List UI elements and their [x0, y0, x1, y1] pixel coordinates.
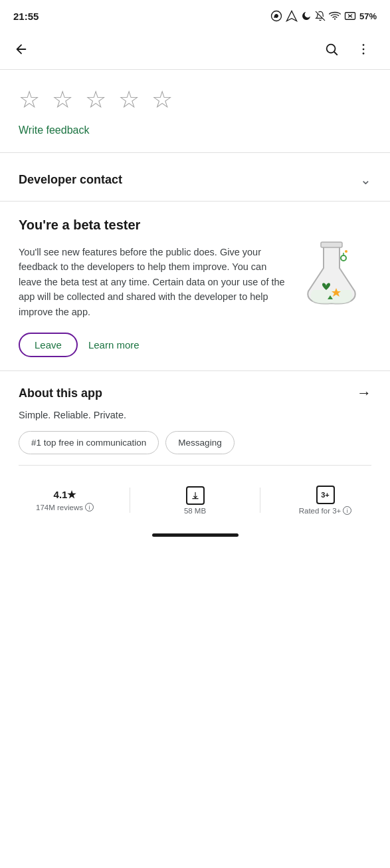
age-rating-box: 3+ [316, 486, 335, 504]
rating-stat[interactable]: 4.1★ 174M reviews i [0, 489, 130, 511]
tag-top-free[interactable]: #1 top free in communication [19, 431, 159, 454]
beta-section: You're a beta tester You'll see new feat… [0, 202, 390, 370]
stars-row: ☆ ☆ ☆ ☆ ☆ [19, 86, 371, 114]
moon-icon [301, 11, 312, 21]
nav-right-actions [317, 35, 378, 64]
rating-section: ☆ ☆ ☆ ☆ ☆ Write feedback [0, 70, 390, 147]
back-button[interactable] [7, 35, 36, 64]
wifi-icon [329, 11, 341, 21]
home-indicator-area [0, 527, 390, 551]
search-button[interactable] [317, 35, 346, 64]
age-rating-label: Rated for 3+ i [299, 506, 352, 515]
leave-button[interactable]: Leave [19, 333, 78, 357]
learn-more-button[interactable]: Learn more [88, 334, 140, 356]
arrow-right-icon: → [357, 384, 371, 402]
beta-description: You'll see new features before the publi… [19, 245, 288, 319]
more-options-button[interactable] [349, 35, 378, 64]
chevron-down-icon: ⌄ [360, 172, 371, 188]
size-label: 58 MB [184, 507, 206, 515]
svg-point-6 [327, 45, 336, 53]
sim-icon [344, 11, 356, 21]
reviews-label: 174M reviews i [36, 503, 94, 511]
beta-actions: Leave Learn more [19, 333, 371, 357]
tags-row: #1 top free in communication Messaging [19, 431, 371, 454]
size-stat: 58 MB [130, 486, 260, 515]
svg-point-7 [363, 44, 365, 46]
developer-contact-title: Developer contact [19, 173, 122, 187]
flask-illustration [298, 238, 371, 314]
developer-contact-row[interactable]: Developer contact ⌄ [0, 158, 390, 201]
tag-messaging[interactable]: Messaging [165, 431, 234, 454]
svg-point-11 [341, 255, 346, 261]
star-2[interactable]: ☆ [52, 86, 73, 114]
beta-content: You'll see new features before the publi… [19, 245, 371, 319]
status-time: 21:55 [13, 11, 39, 22]
write-feedback-button[interactable]: Write feedback [19, 124, 371, 136]
star-1[interactable]: ☆ [19, 86, 40, 114]
home-indicator [152, 533, 239, 537]
location-icon [286, 10, 298, 22]
svg-point-12 [345, 250, 347, 253]
svg-rect-10 [321, 242, 342, 247]
divider-1 [0, 152, 390, 153]
about-section: About this app → Simple. Reliable. Priva… [0, 371, 390, 476]
star-3[interactable]: ☆ [85, 86, 106, 114]
divider-4 [19, 465, 371, 466]
about-header[interactable]: About this app → [19, 384, 371, 402]
svg-point-8 [363, 49, 365, 51]
status-icons: 57% [270, 10, 377, 22]
age-rating-icon: 3+ [316, 486, 335, 504]
nav-bar [0, 29, 390, 70]
beta-title: You're a beta tester [19, 217, 371, 233]
bottom-stats-bar: 4.1★ 174M reviews i 58 MB 3+ Rated [0, 476, 390, 527]
age-rating-info-icon[interactable]: i [343, 506, 351, 515]
mute-icon [315, 11, 326, 21]
svg-marker-1 [286, 11, 296, 21]
download-box-icon [186, 486, 205, 505]
about-title: About this app [19, 386, 102, 400]
star-5[interactable]: ☆ [151, 86, 173, 114]
rating-value: 4.1★ [54, 489, 76, 501]
age-rating-stat[interactable]: 3+ Rated for 3+ i [260, 486, 390, 515]
svg-point-2 [334, 18, 336, 19]
status-bar: 21:55 57% [0, 0, 390, 29]
svg-point-9 [363, 53, 365, 55]
whatsapp-icon [270, 10, 282, 22]
star-4[interactable]: ☆ [118, 86, 140, 114]
download-icon-box [186, 486, 205, 505]
reviews-info-icon[interactable]: i [85, 503, 94, 511]
battery-status: 57% [359, 11, 377, 21]
about-description: Simple. Reliable. Private. [19, 410, 371, 420]
